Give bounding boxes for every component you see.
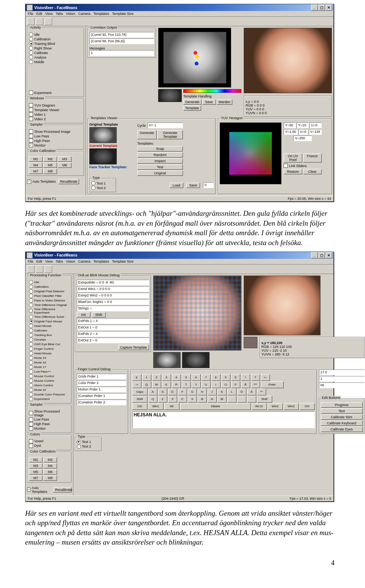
- radio-proc-10[interactable]: Calibrator: [29, 328, 70, 333]
- key-k[interactable]: K: [217, 389, 227, 395]
- key-f[interactable]: F: [178, 389, 187, 395]
- menu-bar[interactable]: File Edit View Tabs Vision Camera Templa…: [25, 11, 333, 17]
- toolbar-btn-2[interactable]: [36, 265, 43, 273]
- key-ctrl[interactable]: Ctrl: [132, 403, 148, 410]
- btn-recalibrate[interactable]: Recalibrate: [58, 179, 79, 184]
- debug-field-9[interactable]: ExtPds 2 = 4: [77, 331, 149, 337]
- key-s[interactable]: S: [158, 389, 167, 395]
- key-shift[interactable]: Shift: [257, 396, 272, 403]
- key-q[interactable]: Q: [142, 381, 151, 388]
- key-***[interactable]: ***: [251, 381, 260, 388]
- radio-proc-9[interactable]: Head Mouse: [29, 324, 70, 328]
- btn-text[interactable]: Text: [321, 408, 363, 414]
- key-0[interactable]: 0: [231, 374, 240, 381]
- toolbar-btn-1[interactable]: [27, 265, 35, 273]
- key-**[interactable]: **: [257, 389, 266, 395]
- yuv-f3[interactable]: U=0: [309, 123, 322, 128]
- debug-field-7[interactable]: ExtPds 1 = 4: [77, 318, 149, 324]
- yuv-f7[interactable]: V=250: [294, 135, 312, 141]
- key-4[interactable]: 4: [172, 374, 181, 381]
- btn-m4[interactable]: M4: [29, 163, 43, 168]
- radio-proc-2[interactable]: Original Pixel Detector: [29, 289, 70, 293]
- btn-m5[interactable]: M5: [43, 163, 57, 168]
- radio-text1[interactable]: Text 1: [77, 440, 100, 444]
- key-?[interactable]: ?: [251, 374, 260, 381]
- btn-m1[interactable]: M1: [29, 156, 43, 162]
- key-enter[interactable]: Enter: [261, 381, 284, 388]
- yuv-f2[interactable]: Y=10: [297, 123, 309, 128]
- debug-field-2[interactable]: ExInp2 Win2 = 0 0 0 0: [77, 293, 149, 298]
- fc-field-2[interactable]: Motion Prder 1: [77, 387, 126, 392]
- debug-field-3[interactable]: BlueFon: bright1 = 0 0: [77, 299, 149, 305]
- menu-templates[interactable]: Templates: [94, 260, 109, 263]
- menu-camera[interactable]: Camera: [78, 260, 90, 263]
- key-p[interactable]: P: [231, 381, 240, 388]
- key--[interactable]: -: [247, 396, 256, 403]
- key-9[interactable]: 9: [221, 374, 230, 381]
- key-win3[interactable]: Win3: [284, 403, 299, 410]
- key-c[interactable]: C: [178, 396, 187, 403]
- chk-monitor[interactable]: Monitor: [29, 427, 70, 431]
- toolbar-btn-2[interactable]: [36, 18, 43, 25]
- btn-original[interactable]: Original: [137, 171, 183, 176]
- menu-tabs[interactable]: Tabs: [56, 12, 63, 16]
- debug-field-1[interactable]: ExInd Win1 = 0 0 0 0: [77, 286, 149, 292]
- key-7[interactable]: 7: [202, 374, 211, 381]
- readfield-1[interactable]: 17.0: [319, 370, 365, 375]
- btn-m4[interactable]: M4: [43, 463, 57, 468]
- key-d[interactable]: D: [168, 389, 177, 395]
- radio-proc-3[interactable]: Pixel Classifier Filter: [29, 294, 70, 298]
- menu-vision[interactable]: Vision: [66, 260, 75, 263]
- key-b[interactable]: B: [198, 396, 207, 403]
- readfield-3[interactable]: 00: [319, 382, 365, 388]
- radio-proc-18[interactable]: Mode 17: [29, 365, 70, 369]
- btn-m3[interactable]: M3: [58, 156, 71, 162]
- btn-m8[interactable]: M8: [43, 475, 57, 481]
- btn-uvpixel[interactable]: On UV Pixel: [284, 153, 302, 163]
- key-alt[interactable]: Alt: [164, 403, 179, 410]
- debug-field-0[interactable]: ExInputMin = 0 0 -8 -80: [77, 280, 149, 285]
- key-ö[interactable]: Ö: [237, 389, 246, 395]
- chk-monitor[interactable]: Monitor: [29, 143, 82, 147]
- radio-proc-25[interactable]: Experiment: [29, 397, 70, 401]
- key-ctrl[interactable]: Ctrl: [300, 403, 315, 410]
- key-8[interactable]: 8: [211, 374, 221, 381]
- radio-proc-22[interactable]: Storm Control: [29, 383, 70, 387]
- key-£[interactable]: £: [132, 374, 141, 381]
- radio-calibration[interactable]: Calibration: [29, 37, 82, 41]
- key-n[interactable]: N: [208, 396, 217, 403]
- btn-m8[interactable]: M8: [43, 169, 57, 174]
- key-<[[interactable]: <[: [148, 396, 157, 403]
- radio-middle[interactable]: Middle: [29, 60, 82, 64]
- key-6[interactable]: 6: [192, 374, 201, 381]
- titlebar[interactable]: Vision8eer - FaceMeans _ ▢ ✕: [25, 4, 333, 11]
- chk-tpl-viewer[interactable]: Template Viewer: [29, 108, 82, 112]
- key-m[interactable]: M: [217, 396, 227, 403]
- experiment-check[interactable]: Experiment: [29, 91, 82, 95]
- yuv-f6[interactable]: V=128: [309, 129, 322, 135]
- key-shift[interactable]: Shift: [132, 396, 148, 403]
- key-,[interactable]: ,: [227, 396, 236, 403]
- minimize-button[interactable]: _: [311, 5, 318, 11]
- btn-cal-stim[interactable]: Calibrate Stim: [321, 414, 363, 420]
- chk-yuv[interactable]: YUV Diagram: [29, 103, 82, 107]
- chk-link-sliders[interactable]: Link Sliders: [284, 164, 322, 168]
- key-1[interactable]: 1: [142, 374, 151, 381]
- key-caps[interactable]: Caps: [132, 389, 148, 395]
- radio-proc-19[interactable]: Low Pass++: [29, 370, 70, 374]
- key-z[interactable]: Z: [158, 396, 167, 403]
- chk-auto-templates[interactable]: Auto Templates: [27, 486, 51, 494]
- radio-proc-7[interactable]: Time Difference Sobel: [29, 315, 70, 319]
- toolbar-btn-3[interactable]: [44, 265, 52, 273]
- yuv-f4[interactable]: V=1,50: [284, 129, 298, 135]
- btn-cal-eyes[interactable]: Calibrate Eyes: [321, 427, 363, 432]
- yuv-spectrum[interactable]: [220, 123, 281, 184]
- radio-calibrate[interactable]: Calibrate: [29, 51, 82, 55]
- radio-proc-21[interactable]: Mouse Control: [29, 379, 70, 383]
- chk-high-pass[interactable]: High Pass: [29, 139, 82, 143]
- btn-shift[interactable]: Shift: [92, 312, 106, 317]
- radio-training-blind[interactable]: Training Blind: [29, 41, 82, 46]
- key-v[interactable]: V: [188, 396, 197, 403]
- radio-text2[interactable]: Text 2: [91, 186, 114, 190]
- yuv-f1[interactable]: Y=50: [284, 123, 296, 128]
